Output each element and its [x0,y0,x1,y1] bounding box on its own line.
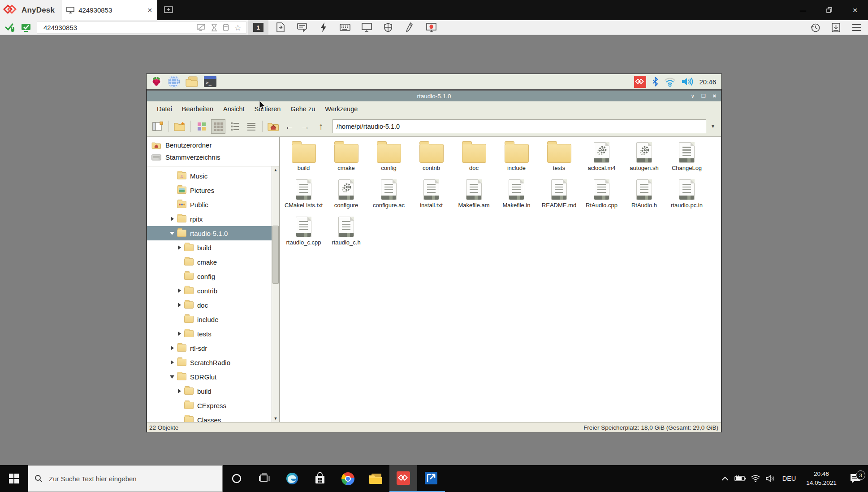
input-allowed-icon[interactable] [4,23,15,32]
whiteboard-pen-icon[interactable] [399,22,420,32]
browser-globe-icon[interactable] [168,75,180,88]
file-item[interactable]: README.md [538,177,580,209]
raspberry-menu-icon[interactable] [150,75,163,88]
tab-close-icon[interactable]: ✕ [147,7,152,14]
volume-icon[interactable] [682,77,693,86]
download-icon[interactable] [832,23,840,32]
new-folder-button[interactable] [173,119,187,134]
session-time-icon[interactable] [211,24,217,31]
icon-view-button[interactable] [194,119,209,134]
home-button[interactable] [266,119,281,134]
tree-item-tests[interactable]: tests [147,327,279,341]
file-item[interactable]: Makefile.in [495,177,538,209]
tree-item-pictures[interactable]: Pictures [147,183,279,197]
file-item[interactable]: config [367,139,410,172]
file-item[interactable]: tests [538,139,580,172]
tree-item-build[interactable]: build [147,240,279,255]
sidebar-scrollbar[interactable]: ▲ ▼ [272,166,279,422]
tree-item-rtl-sdr[interactable]: rtl-sdr [147,341,279,355]
file-item[interactable]: include [495,139,538,172]
menu-icon[interactable] [852,24,862,31]
favorite-star-icon[interactable]: ☆ [234,23,242,33]
chat-icon[interactable] [291,23,313,32]
up-button[interactable]: ↑ [314,121,328,132]
pi-clock[interactable]: 20:46 [699,78,718,86]
file-item[interactable]: aclocal.m4 [580,139,623,172]
window-restore-button[interactable] [816,0,842,20]
taskbar-chrome[interactable] [334,465,362,492]
fm-titlebar[interactable]: rtaudio-5.1.0 ∨ ❒ ✕ [147,91,721,101]
volume-tray-icon[interactable] [763,475,778,482]
wifi-icon[interactable] [664,77,676,87]
history-icon[interactable] [811,23,820,32]
search-input[interactable] [48,475,196,483]
file-item[interactable]: build [282,139,325,172]
file-item[interactable]: configure [325,177,367,209]
path-bar[interactable]: /home/pi/rtaudio-5.1.0 [333,119,706,133]
file-item[interactable]: rtaudio_c.cpp [282,214,325,247]
file-item[interactable]: rtaudio.pc.in [665,177,708,209]
taskbar-store[interactable] [306,465,334,492]
battery-icon[interactable] [733,475,748,482]
address-field[interactable]: 424930853 ☆ [37,22,246,34]
tree-item-classes[interactable]: Classes [147,413,279,422]
file-item[interactable]: CMakeLists.txt [282,177,325,209]
tree-item-public[interactable]: Public [147,197,279,212]
file-transfer-icon[interactable] [270,22,291,32]
taskbar-search[interactable] [28,465,223,492]
list-view-button[interactable] [228,119,242,134]
place-root[interactable]: Stammverzeichnis [147,151,279,163]
scroll-down-icon[interactable]: ▼ [272,415,279,422]
connection-ok-icon[interactable] [21,23,31,32]
file-item[interactable]: Makefile.am [453,177,495,209]
menu-sortieren[interactable]: Sortieren [250,104,285,114]
detail-view-button[interactable] [244,119,259,134]
menu-bearbeiten[interactable]: Bearbeiten [177,104,218,114]
menu-werkzeuge[interactable]: Werkzeuge [320,104,362,114]
network-wifi-icon[interactable] [748,475,763,482]
fm-shade-icon[interactable]: ∨ [691,91,695,101]
scrollbar-thumb[interactable] [272,226,279,284]
back-button[interactable]: ← [283,121,296,132]
tree-item-config[interactable]: config [147,269,279,283]
taskbar-explorer[interactable] [362,465,389,492]
tree-item-cexpress[interactable]: CExpress [147,398,279,413]
anydesk-tray-icon[interactable] [634,76,646,88]
file-item[interactable]: contrib [410,139,453,172]
actions-lightning-icon[interactable] [313,22,334,32]
record-session-icon[interactable] [420,23,442,32]
menu-ansicht[interactable]: Ansicht [219,104,249,114]
file-manager-icon[interactable] [185,76,199,87]
bluetooth-icon[interactable] [652,77,658,87]
tree-item-scratchradio[interactable]: ScratchRadio [147,355,279,370]
tree-item-music[interactable]: ♫Music [147,169,279,183]
fm-close-icon[interactable]: ✕ [713,91,717,101]
menu-gehe-zu[interactable]: Gehe zu [286,104,320,114]
new-session-button[interactable] [157,0,180,20]
taskbar-task-view[interactable] [250,465,278,492]
tree-item-include[interactable]: include [147,312,279,327]
file-item[interactable]: configure.ac [367,177,410,209]
taskbar-cortana[interactable] [223,465,250,492]
hidden-icons-chevron[interactable] [717,476,733,481]
tree-item-contrib[interactable]: contrib [147,283,279,298]
file-item[interactable]: RtAudio.h [623,177,665,209]
forward-button[interactable]: → [298,121,312,132]
file-item[interactable]: ChangeLog [665,139,708,172]
display-settings-icon[interactable] [356,23,377,32]
keyboard-icon[interactable] [334,24,356,31]
file-item[interactable]: cmake [325,139,367,172]
session-tab[interactable]: 424930853 ✕ [62,0,157,20]
language-indicator[interactable]: DEU [778,475,800,482]
compact-view-button[interactable] [211,119,225,134]
tree-item-rtaudio[interactable]: rtaudio-5.1.0 [147,226,279,240]
tree-item-cmake[interactable]: cmake [147,255,279,269]
file-item[interactable]: rtaudio_c.h [325,214,367,247]
window-close-button[interactable]: ✕ [842,0,868,20]
terminal-icon[interactable]: >_ [203,76,217,87]
file-item[interactable]: autogen.sh [623,139,665,172]
file-item[interactable]: RtAudio.cpp [580,177,623,209]
taskbar-edge[interactable] [278,465,306,492]
taskbar-anydesk[interactable] [389,465,417,492]
scroll-up-icon[interactable]: ▲ [272,166,279,174]
